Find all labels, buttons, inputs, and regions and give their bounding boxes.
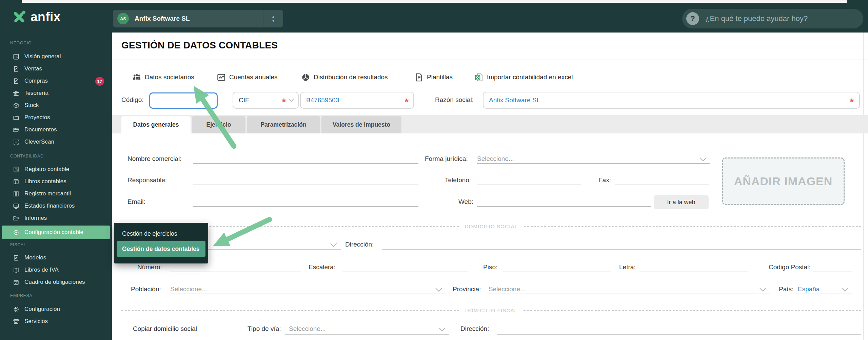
calendar-icon bbox=[13, 279, 19, 285]
sidebar: anfix NEGOCIO Visión general Ventas Comp… bbox=[0, 3, 112, 340]
chevron-down-icon[interactable] bbox=[759, 288, 767, 292]
go-to-web-button[interactable]: Ir a la web bbox=[654, 195, 709, 209]
sidebar-item-stock[interactable]: Stock bbox=[0, 99, 112, 111]
sidebar-item-label: Compras bbox=[24, 78, 48, 84]
sidebar-section-fiscal: FISCAL bbox=[10, 242, 26, 247]
provincia-select[interactable] bbox=[489, 294, 770, 294]
sidebar-item-label: Configuración bbox=[24, 306, 60, 313]
forma-juridica-placeholder: Seleccione... bbox=[477, 155, 514, 163]
poblacion-placeholder: Seleccione... bbox=[170, 285, 207, 293]
toolbar-item-plantillas[interactable]: Plantillas bbox=[414, 70, 453, 85]
sidebar-item-configuracion[interactable]: Configuración bbox=[0, 303, 112, 315]
direccion-fiscal-input[interactable] bbox=[497, 334, 861, 335]
sidebar-item-label: Registro contable bbox=[24, 166, 69, 173]
sidebar-item-ventas[interactable]: Ventas bbox=[0, 63, 112, 75]
sidebar-item-cuadro-de-obligaciones[interactable]: Cuadro de obligaciones bbox=[0, 276, 112, 288]
toolbar-item-cuentas-anuales[interactable]: Cuentas anuales bbox=[217, 70, 278, 85]
email-input[interactable] bbox=[193, 206, 418, 207]
piso-input[interactable] bbox=[502, 272, 611, 272]
responsable-input[interactable] bbox=[193, 185, 418, 185]
cif-type-select[interactable]: CIF * bbox=[233, 92, 299, 109]
sidebar-item-proyectos[interactable]: Proyectos bbox=[0, 111, 112, 124]
provincia-placeholder: Seleccione... bbox=[489, 285, 526, 293]
sidebar-item-documentos[interactable]: Documentos bbox=[0, 124, 112, 136]
web-label: Web: bbox=[458, 198, 473, 206]
codigo-input[interactable] bbox=[149, 92, 218, 109]
content-right-edge bbox=[863, 33, 864, 340]
pais-select[interactable] bbox=[796, 294, 852, 294]
sidebar-item-cleverscan[interactable]: CleverScan bbox=[0, 136, 112, 148]
toolbar-item-distribucion-de-resultados[interactable]: Distribución de resultados bbox=[301, 70, 388, 85]
pais-value: España bbox=[798, 285, 820, 293]
sidebar-item-registro-mercantil[interactable]: Registro mercantil bbox=[0, 188, 112, 200]
sidebar-item-label: Visión general bbox=[24, 53, 61, 60]
sidebar-item-tesoreria[interactable]: Tesorería bbox=[0, 87, 112, 99]
tab-ejercicio[interactable]: Ejercicio bbox=[192, 116, 245, 133]
sidebar-section-empresa: EMPRESA bbox=[10, 293, 32, 298]
company-selector-arrows-icon[interactable]: ▲▼ bbox=[263, 15, 283, 23]
chevron-down-icon[interactable] bbox=[699, 157, 707, 162]
razon-social-input[interactable]: Anfix Software SL * bbox=[483, 92, 860, 109]
folder-icon bbox=[13, 114, 19, 121]
tipo-de-via-social-select[interactable] bbox=[189, 249, 341, 250]
excel-icon bbox=[474, 73, 484, 82]
sidebar-item-label: Tesorería bbox=[24, 90, 48, 97]
sidebar-item-libros-contables[interactable]: Libros contables bbox=[0, 175, 112, 188]
forma-juridica-label: Forma jurídica: bbox=[425, 155, 468, 163]
chevron-down-icon[interactable] bbox=[438, 327, 446, 332]
tab-parametrizacion[interactable]: Parametrización bbox=[247, 116, 320, 133]
codigo-postal-input[interactable] bbox=[813, 272, 852, 272]
sidebar-item-registro-contable[interactable]: Registro contable bbox=[0, 163, 112, 175]
sidebar-item-label: Modelos bbox=[24, 254, 46, 261]
tab-datos-generales[interactable]: Datos generales bbox=[121, 116, 191, 133]
add-image-dropzone[interactable]: AÑADIR IMAGEN bbox=[722, 157, 845, 205]
anfix-logo[interactable]: anfix bbox=[12, 9, 61, 24]
direccion-social-input[interactable] bbox=[382, 249, 861, 250]
help-search-input[interactable]: ? ¿En qué te puedo ayudar hoy? bbox=[682, 9, 863, 28]
sidebar-item-label: Registro mercantil bbox=[24, 190, 71, 197]
sidebar-item-informes[interactable]: Informes bbox=[0, 212, 112, 224]
anfix-app-window: anfix NEGOCIO Visión general Ventas Comp… bbox=[0, 0, 868, 340]
sidebar-item-libros-de-iva[interactable]: Libros de IVA bbox=[0, 264, 112, 276]
menu-item-gestion-de-ejercicios[interactable]: Gestión de ejercicios bbox=[114, 226, 208, 241]
toolbar-item-datos-societarios[interactable]: Datos societarios bbox=[132, 70, 194, 85]
toolbar-item-importar-contabilidad-excel[interactable]: Importar contabilidad en excel bbox=[474, 70, 573, 85]
company-selector[interactable]: AS Anfix Software SL ▲▼ bbox=[113, 10, 283, 27]
chevron-down-icon[interactable] bbox=[435, 288, 443, 292]
sidebar-item-servicios[interactable]: Servicios bbox=[0, 315, 112, 327]
web-input[interactable] bbox=[477, 206, 651, 207]
telefono-input[interactable] bbox=[477, 185, 581, 185]
tipo-de-via-fiscal-placeholder: Seleccione... bbox=[289, 325, 326, 333]
forma-juridica-select[interactable] bbox=[477, 163, 710, 164]
sidebar-item-label: Estados financieros bbox=[24, 203, 75, 209]
target-icon bbox=[13, 229, 19, 236]
provincia-label: Provincia: bbox=[453, 285, 481, 293]
menu-item-gestion-de-datos-contables[interactable]: Gestión de datos contables bbox=[117, 241, 205, 257]
chevron-down-icon[interactable] bbox=[841, 288, 849, 292]
nombre-comercial-input[interactable] bbox=[193, 163, 418, 164]
sidebar-item-modelos[interactable]: Modelos bbox=[0, 252, 112, 264]
sidebar-item-vision-general[interactable]: Visión general bbox=[0, 50, 112, 63]
tab-valores-de-impuesto[interactable]: Valores de impuesto bbox=[321, 116, 401, 133]
fax-input[interactable] bbox=[615, 185, 709, 185]
tipo-de-via-fiscal-select[interactable] bbox=[285, 334, 449, 335]
scan-icon bbox=[13, 139, 19, 145]
bank-icon bbox=[13, 90, 19, 97]
sidebar-item-configuracion-contable[interactable]: Configuración contable bbox=[2, 226, 110, 239]
gear-icon bbox=[13, 306, 19, 313]
shop-icon bbox=[13, 318, 19, 325]
poblacion-select[interactable] bbox=[170, 294, 445, 294]
chevron-down-icon[interactable] bbox=[330, 243, 338, 248]
cif-number-input[interactable]: B47659503 * bbox=[300, 92, 414, 109]
escalera-input[interactable] bbox=[343, 272, 468, 272]
line-chart-icon bbox=[217, 73, 226, 82]
folder-open-icon bbox=[13, 215, 19, 221]
numero-input[interactable] bbox=[170, 272, 301, 272]
copiar-domicilio-social-link[interactable]: Copiar domicilio social bbox=[133, 325, 197, 333]
pie-chart-icon bbox=[301, 73, 310, 82]
toolbar-item-label: Distribución de resultados bbox=[314, 73, 388, 81]
letra-input[interactable] bbox=[639, 272, 748, 272]
page-title: GESTIÓN DE DATOS CONTABLES bbox=[121, 40, 278, 51]
sidebar-item-estados-financieros[interactable]: Estados financieros bbox=[0, 200, 112, 212]
tax-doc-icon bbox=[13, 255, 19, 261]
